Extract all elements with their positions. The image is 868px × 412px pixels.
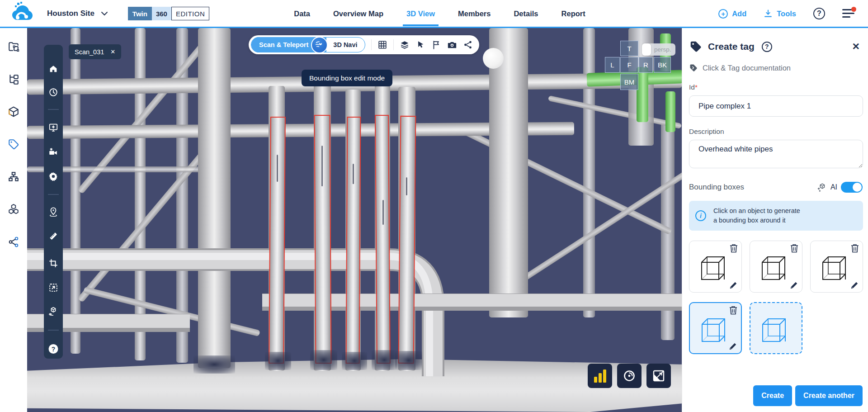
help-icon[interactable]: ?: [49, 344, 58, 354]
description-input[interactable]: Overhead white pipes: [689, 140, 863, 168]
site-name: Houston Site: [47, 9, 94, 18]
ai-toggle[interactable]: [841, 182, 863, 193]
view-front[interactable]: F: [620, 57, 638, 73]
clock-icon[interactable]: [48, 87, 58, 97]
3d-viewport[interactable]: Scan_031 ✕ ? Scan & Teleport: [27, 28, 682, 412]
tab-details[interactable]: Details: [513, 1, 539, 26]
display-settings-icon[interactable]: [48, 123, 58, 133]
video-settings-icon[interactable]: [48, 147, 58, 157]
tag-arrow-icon: [689, 63, 698, 72]
notification-dot: [851, 7, 856, 12]
click-tag-doc-link[interactable]: Click & Tag documentation: [689, 63, 863, 72]
info-line-1: Click on an object to generate: [713, 207, 800, 214]
power-bi-button[interactable]: [588, 364, 612, 388]
workflow-icon[interactable]: [8, 171, 19, 183]
pencil-icon[interactable]: [850, 281, 859, 289]
bounding-box-card-selected[interactable]: [689, 302, 742, 354]
bounding-box-card-pending[interactable]: [750, 302, 802, 354]
cube-wireframe-icon: [757, 313, 790, 346]
tab-data[interactable]: Data: [293, 1, 311, 26]
mode-3d-navi[interactable]: 3D Navi: [328, 41, 364, 48]
crop-icon[interactable]: [48, 258, 58, 268]
bounding-box-list: [689, 241, 863, 354]
viewer-top-toolbar: Scan & Teleport 3D Navi: [249, 35, 479, 54]
view-back[interactable]: BK: [654, 57, 671, 73]
tab-3d-view[interactable]: 3D View: [406, 1, 436, 26]
minimap-button[interactable]: [646, 364, 671, 388]
add-label: Add: [732, 9, 746, 18]
create-another-button[interactable]: Create another: [795, 385, 863, 406]
gear-icon[interactable]: [48, 171, 58, 181]
bounding-box-card[interactable]: [689, 241, 742, 293]
help-icon[interactable]: ?: [762, 42, 772, 52]
teleport-icon[interactable]: [311, 37, 328, 53]
badge-edition: EDITION: [171, 7, 209, 20]
cube-icon[interactable]: [8, 106, 19, 118]
trash-icon[interactable]: [851, 244, 859, 253]
tab-report[interactable]: Report: [561, 1, 586, 26]
view-top[interactable]: T: [620, 41, 638, 56]
red-bounding-box[interactable]: [314, 115, 332, 364]
share-icon[interactable]: [463, 40, 473, 50]
projection-toggle[interactable]: persp.: [642, 43, 675, 56]
add-button[interactable]: + Add: [718, 9, 746, 19]
doc-link-label: Click & Tag documentation: [703, 64, 791, 72]
trash-icon[interactable]: [730, 244, 738, 253]
scan-sphere[interactable]: [483, 48, 504, 69]
layers-icon[interactable]: [400, 40, 410, 50]
camera-icon[interactable]: [447, 40, 457, 50]
info-line-2: a bounding box around it: [713, 217, 786, 224]
tab-overview-map[interactable]: Overview Map: [332, 1, 384, 26]
scan-chip[interactable]: Scan_031 ✕: [69, 44, 121, 59]
location-pin-icon[interactable]: [48, 207, 58, 217]
tag-icon[interactable]: [8, 138, 19, 150]
folder-icon[interactable]: [8, 41, 19, 52]
view-right[interactable]: R: [639, 57, 653, 73]
trash-icon[interactable]: [729, 306, 737, 315]
help-icon[interactable]: ?: [813, 8, 825, 19]
ai-label: AI: [830, 183, 837, 191]
close-icon[interactable]: ✕: [110, 48, 115, 55]
home-icon[interactable]: [48, 64, 58, 74]
viewer-toolbar: ?: [44, 45, 63, 359]
toggle-knob: [853, 183, 862, 192]
red-bounding-box[interactable]: [398, 116, 416, 364]
view-bottom[interactable]: BM: [620, 74, 638, 90]
site-selector[interactable]: Houston Site: [47, 9, 108, 18]
app-logo-cloud[interactable]: [11, 2, 34, 25]
compass-icon: [623, 369, 636, 383]
tag-icon: [689, 40, 703, 53]
pencil-icon[interactable]: [729, 342, 737, 350]
mark: [353, 164, 354, 184]
accent-divider: [0, 27, 868, 28]
ruler-icon[interactable]: [48, 231, 58, 241]
cubes-icon[interactable]: [8, 204, 19, 215]
bounding-boxes-label: Bounding boxes: [689, 183, 744, 192]
share-icon[interactable]: [8, 236, 19, 248]
view-left[interactable]: L: [605, 57, 620, 73]
trash-icon[interactable]: [790, 244, 798, 253]
tools-button[interactable]: Tools: [764, 9, 796, 18]
tab-members[interactable]: Members: [457, 1, 491, 26]
red-bounding-box[interactable]: [269, 117, 286, 364]
menu-icon[interactable]: [842, 9, 854, 18]
create-button[interactable]: Create: [753, 385, 792, 406]
bounding-box-card[interactable]: [750, 241, 802, 293]
model-place-icon[interactable]: [48, 306, 58, 316]
pipe-base: [310, 350, 337, 370]
image-export-icon[interactable]: [48, 283, 58, 293]
pencil-icon[interactable]: [729, 281, 737, 289]
red-bounding-box[interactable]: [375, 115, 391, 364]
tree-icon[interactable]: [8, 73, 19, 85]
id-input[interactable]: [689, 95, 863, 117]
flag-icon[interactable]: [431, 40, 441, 50]
grid-icon[interactable]: [377, 40, 387, 50]
red-bounding-box[interactable]: [346, 117, 361, 364]
cursor-icon[interactable]: [415, 40, 425, 50]
pencil-icon[interactable]: [790, 281, 798, 289]
bounding-box-card[interactable]: [810, 241, 863, 293]
compass-button[interactable]: [617, 364, 642, 388]
badge-twin: Twin: [128, 7, 152, 20]
top-bar: Houston Site Twin 360 EDITION Data Overv…: [0, 0, 868, 27]
close-icon[interactable]: ✕: [852, 41, 860, 52]
